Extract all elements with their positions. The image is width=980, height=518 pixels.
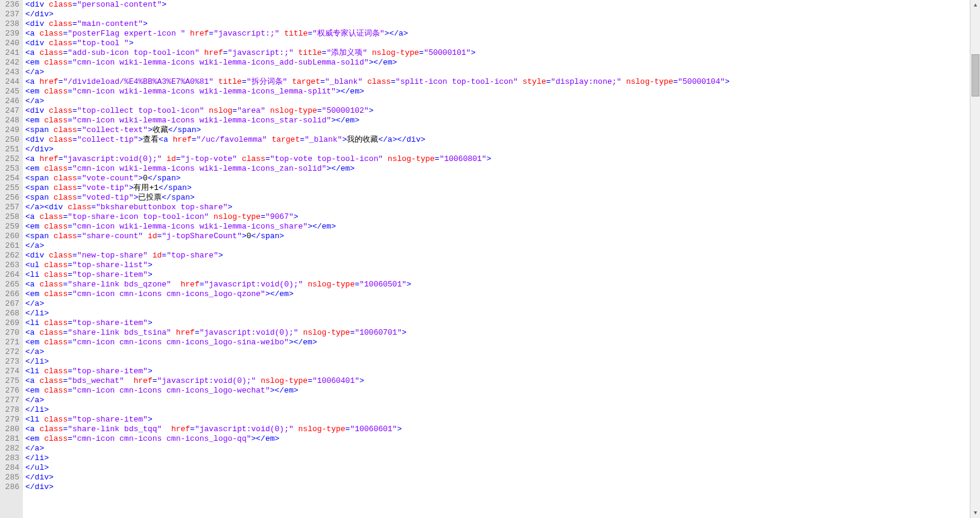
line-number: 266 [0, 289, 19, 299]
line-number: 285 [0, 473, 19, 482]
line-number: 278 [0, 405, 19, 415]
code-line[interactable]: </a> [25, 444, 970, 453]
line-number: 236 [0, 0, 19, 10]
line-number: 282 [0, 444, 19, 453]
code-line[interactable]: <li class="top-share-item"> [25, 415, 970, 425]
code-line[interactable]: </div> [25, 10, 970, 19]
code-line[interactable]: <div class="top-tool "> [25, 39, 970, 48]
code-line[interactable]: <div class="new-top-share" id="top-share… [25, 251, 970, 261]
line-number: 254 [0, 174, 19, 183]
code-editor-area[interactable]: <div class="personal-content"></div><div… [23, 0, 970, 518]
code-line[interactable]: </li> [25, 405, 970, 415]
code-line[interactable]: </a> [25, 96, 970, 106]
line-number: 267 [0, 299, 19, 309]
vertical-scrollbar[interactable]: ▲ ▼ [970, 0, 980, 518]
scroll-thumb[interactable] [972, 54, 979, 96]
line-number: 242 [0, 58, 19, 68]
code-line[interactable]: <div class="personal-content"> [25, 0, 970, 10]
code-line[interactable]: <span class="collect-text">收藏</span> [25, 125, 970, 135]
code-line[interactable]: <em class="cmn-icon wiki-lemma-icons wik… [25, 116, 970, 125]
line-number: 279 [0, 415, 19, 425]
line-number: 250 [0, 135, 19, 145]
line-number: 268 [0, 309, 19, 318]
line-number: 238 [0, 19, 19, 29]
line-number: 247 [0, 106, 19, 116]
scroll-down-icon[interactable]: ▼ [970, 508, 980, 518]
line-number: 237 [0, 10, 19, 19]
code-line[interactable]: <em class="cmn-icon cmn-icons cmn-icons_… [25, 338, 970, 347]
line-number: 272 [0, 347, 19, 357]
line-number: 264 [0, 270, 19, 280]
code-line[interactable]: </a> [25, 396, 970, 405]
line-number: 265 [0, 280, 19, 289]
code-line[interactable]: </li> [25, 453, 970, 463]
code-line[interactable]: </div> [25, 482, 970, 492]
line-number: 244 [0, 77, 19, 87]
code-line[interactable]: <span class="share-count" id="j-topShare… [25, 232, 970, 241]
code-line[interactable]: <em class="cmn-icon wiki-lemma-icons wik… [25, 58, 970, 68]
code-line[interactable]: <em class="cmn-icon cmn-icons cmn-icons_… [25, 289, 970, 299]
code-line[interactable]: </li> [25, 357, 970, 367]
code-line[interactable]: </a><div class="bksharebuttonbox top-sha… [25, 203, 970, 212]
code-line[interactable]: <span class="vote-tip">有用+1</span> [25, 183, 970, 193]
code-line[interactable]: <div class="top-collect top-tool-icon" n… [25, 106, 970, 116]
code-line[interactable]: </a> [25, 241, 970, 251]
line-number: 256 [0, 193, 19, 203]
line-number: 269 [0, 318, 19, 328]
line-number: 271 [0, 338, 19, 347]
line-number: 241 [0, 48, 19, 58]
code-line[interactable]: <a href="javascript:void(0);" id="j-top-… [25, 154, 970, 164]
code-line[interactable]: <a class="share-link bds_qzone" href="ja… [25, 280, 970, 289]
code-line[interactable]: <a class="share-link bds_tqq" href="java… [25, 425, 970, 434]
line-number: 252 [0, 154, 19, 164]
code-line[interactable]: <span class="voted-tip">已投票</span> [25, 193, 970, 203]
line-number: 276 [0, 386, 19, 396]
code-line[interactable]: </a> [25, 68, 970, 77]
code-line[interactable]: <span class="vote-count">0</span> [25, 174, 970, 183]
code-line[interactable]: </a> [25, 299, 970, 309]
code-line[interactable]: <em class="cmn-icon wiki-lemma-icons wik… [25, 87, 970, 96]
line-number: 259 [0, 222, 19, 232]
line-number: 280 [0, 425, 19, 434]
line-number: 260 [0, 232, 19, 241]
code-line[interactable]: </ul> [25, 463, 970, 473]
code-line[interactable]: <div class="main-content"> [25, 19, 970, 29]
line-number: 273 [0, 357, 19, 367]
code-line[interactable]: <li class="top-share-item"> [25, 270, 970, 280]
code-line[interactable]: <a class="posterFlag expert-icon " href=… [25, 29, 970, 39]
code-line[interactable]: <a class="bds_wechat" href="javascript:v… [25, 376, 970, 386]
code-line[interactable]: <a class="add-sub-icon top-tool-icon" hr… [25, 48, 970, 58]
code-line[interactable]: <li class="top-share-item"> [25, 318, 970, 328]
code-line[interactable]: </li> [25, 309, 970, 318]
code-line[interactable]: </div> [25, 145, 970, 154]
line-number: 261 [0, 241, 19, 251]
code-line[interactable]: <em class="cmn-icon cmn-icons cmn-icons_… [25, 434, 970, 444]
line-number: 284 [0, 463, 19, 473]
line-number: 274 [0, 367, 19, 376]
line-number: 253 [0, 164, 19, 174]
line-number: 275 [0, 376, 19, 386]
code-line[interactable]: </a> [25, 347, 970, 357]
code-line[interactable]: <em class="cmn-icon wiki-lemma-icons wik… [25, 222, 970, 232]
code-line[interactable]: <ul class="top-share-list"> [25, 261, 970, 270]
line-number: 243 [0, 68, 19, 77]
code-line[interactable]: <em class="cmn-icon wiki-lemma-icons wik… [25, 164, 970, 174]
code-line[interactable]: <em class="cmn-icon cmn-icons cmn-icons_… [25, 386, 970, 396]
scroll-up-icon[interactable]: ▲ [970, 0, 980, 10]
line-number: 283 [0, 453, 19, 463]
line-number: 239 [0, 29, 19, 39]
line-number: 277 [0, 396, 19, 405]
code-line[interactable]: <li class="top-share-item"> [25, 367, 970, 376]
line-number: 246 [0, 96, 19, 106]
line-number: 263 [0, 261, 19, 270]
line-number: 251 [0, 145, 19, 154]
line-number: 255 [0, 183, 19, 193]
code-line[interactable]: </div> [25, 473, 970, 482]
code-line[interactable]: <a class="top-share-icon top-tool-icon" … [25, 212, 970, 222]
code-line[interactable]: <a href="/divideload/%E4%BB%A3%E7%A0%81"… [25, 77, 970, 87]
code-line[interactable]: <a class="share-link bds_tsina" href="ja… [25, 328, 970, 338]
line-number: 258 [0, 212, 19, 222]
line-number: 248 [0, 116, 19, 125]
line-number: 270 [0, 328, 19, 338]
code-line[interactable]: <div class="collect-tip">查看<a href="/uc/… [25, 135, 970, 145]
